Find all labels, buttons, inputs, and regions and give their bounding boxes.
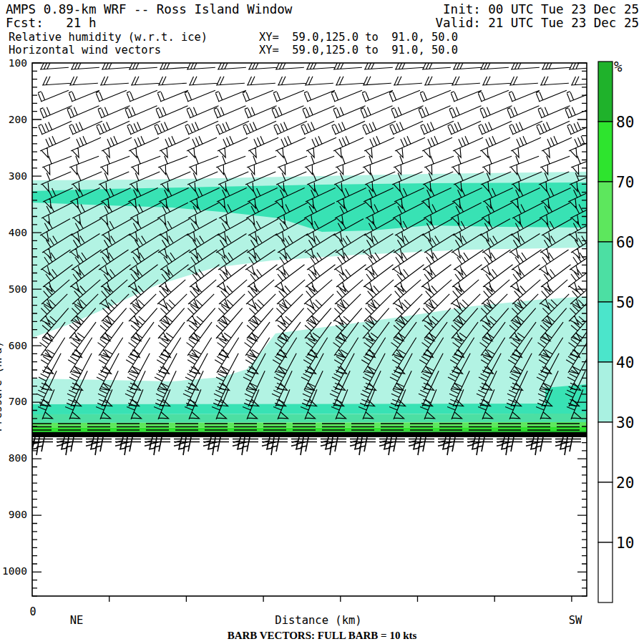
y-axis-tick-label: 400 [9, 227, 27, 238]
y-axis-tick-label: 500 [9, 283, 27, 295]
colorbar-tick-label: 70 [616, 174, 634, 191]
wind-barb-row [38, 90, 597, 102]
colorbar-segment [598, 482, 613, 542]
y-axis-tick-label: 600 [9, 340, 27, 351]
plot-interior [27, 61, 601, 456]
colorbar-tick-label: 80 [616, 114, 634, 131]
barb-vectors-note: BARB VECTORS: FULL BARB = 10 kts [228, 630, 417, 641]
rh-shading [32, 172, 587, 434]
colorbar: %8070605040302010 [598, 59, 634, 602]
wind-barb-row [42, 156, 600, 175]
y-axis-title: Pressure (hPa) [0, 341, 4, 431]
colorbar-tick-label: 60 [616, 234, 634, 251]
wind-barb-row [42, 77, 600, 85]
colorbar-segment [598, 122, 613, 182]
wind-barb-row [39, 121, 600, 135]
wind-barb-row [40, 61, 597, 70]
y-axis-tick-label: 700 [9, 396, 27, 407]
cross-section-plot: 10020030040050060070080090010000NEDistan… [0, 0, 644, 644]
colorbar-tick-label: 30 [616, 414, 634, 431]
colorbar-segment [598, 362, 613, 422]
colorbar-segment [598, 422, 613, 482]
terrain-surface-line [32, 432, 587, 437]
y-axis-tick-label: 200 [9, 114, 27, 125]
y-axis-tick-label: 300 [9, 170, 27, 182]
surface-layer-rh70 [32, 427, 587, 431]
colorbar-tick-label: 40 [616, 354, 634, 371]
x-axis-title: Distance (km) [275, 614, 361, 627]
y-axis-tick-label: 1000 [2, 565, 27, 577]
colorbar-segment [598, 182, 613, 242]
colorbar-segment [598, 62, 613, 122]
colorbar-segment [598, 302, 613, 362]
x-axis-right-corner-label: SW [569, 614, 582, 627]
wind-barb-row [40, 136, 599, 157]
colorbar-tick-label: 10 [616, 535, 634, 552]
colorbar-segment [598, 242, 613, 302]
x-axis-left-corner-label: NE [70, 614, 84, 627]
colorbar-tick-label: 50 [616, 294, 634, 311]
colorbar-segment [598, 542, 613, 602]
colorbar-tick-label: 20 [616, 474, 634, 492]
y-axis-tick-label: 100 [9, 57, 27, 69]
colorbar-units-label: % [614, 59, 623, 74]
amps-cross-section-page: AMPS 0.89-km WRF -- Ross Island Window I… [0, 0, 644, 644]
x-axis-tick-label: 0 [29, 605, 36, 618]
y-axis-tick-label: 800 [9, 452, 27, 464]
y-axis-tick-label: 900 [9, 509, 27, 520]
wind-barb-row [40, 106, 597, 118]
